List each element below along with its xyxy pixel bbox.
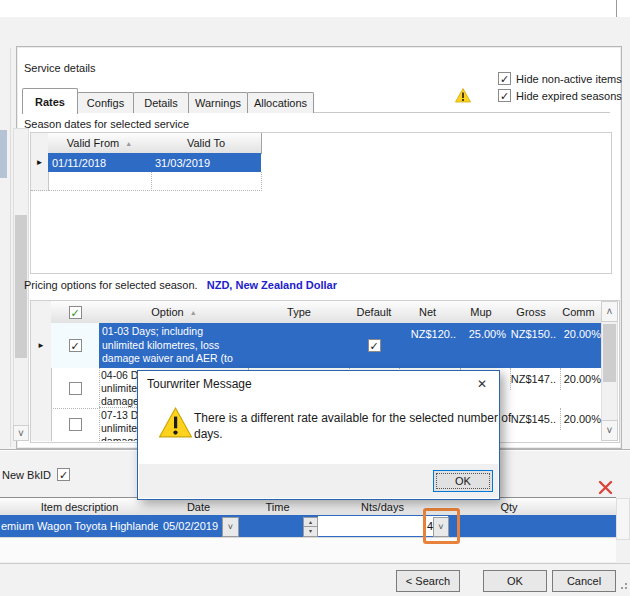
tab-details[interactable]: Details <box>133 92 189 113</box>
pricing-col-gross[interactable]: Gross <box>506 301 557 324</box>
resize-grip[interactable] <box>621 587 623 589</box>
hide-nonactive-checkbox[interactable]: ✓ <box>498 72 511 85</box>
ok-button[interactable]: OK <box>483 570 547 592</box>
booking-grid: Item description Date Time Nts/days Qty … <box>0 497 630 563</box>
hide-expired-label: Hide expired seasons <box>516 90 622 102</box>
season-row-header[interactable]: ► <box>31 153 49 172</box>
booking-col-time[interactable]: Time <box>238 498 318 516</box>
default-checkbox[interactable]: ✓ <box>368 339 381 352</box>
pricing-row2-select-cell[interactable] <box>51 368 100 409</box>
new-bkid-checkbox[interactable]: ✓ <box>57 468 70 481</box>
time-spin-down-button[interactable]: ▾ <box>303 526 318 537</box>
pricing-row1-default-cell[interactable]: ✓ <box>349 323 399 368</box>
button-label: OK <box>507 575 523 587</box>
pricing-row3-header[interactable] <box>31 408 52 441</box>
tab-rates[interactable]: Rates <box>22 88 78 114</box>
button-label: < Search <box>406 575 450 587</box>
left-scrollbar-down-button[interactable]: ˅ <box>13 425 29 441</box>
pricing-scroll-up-button[interactable]: ˄ <box>601 301 618 322</box>
pricing-row1-net[interactable]: NZ$120.. <box>399 323 460 345</box>
column-label: Valid To <box>187 137 225 149</box>
scroll-down-icon: ˅ <box>607 425 613 436</box>
season-valid-from-cell[interactable]: 01/11/2018 <box>48 153 151 172</box>
date-dropdown-button[interactable]: ˅ <box>222 517 239 537</box>
dialog-ok-button[interactable]: OK <box>433 470 493 492</box>
left-edge-fragment <box>0 130 7 178</box>
season-grid: Valid From ▲ Valid To ► 01/11/2018 31/03… <box>30 132 612 274</box>
pricing-row3-select-cell[interactable] <box>51 408 100 441</box>
column-label: Comm <box>562 306 594 318</box>
search-button[interactable]: < Search <box>396 570 460 592</box>
booking-col-item[interactable]: Item description <box>0 498 160 516</box>
booking-scrollbar[interactable] <box>616 498 630 540</box>
booking-item-cell[interactable]: emium Wagon Toyota Highlander AWD o.. <box>1 515 158 537</box>
tab-configs[interactable]: Configs <box>77 92 134 113</box>
cancel-button[interactable]: Cancel <box>552 570 616 592</box>
new-bkid-label: New BkID <box>2 469 51 481</box>
pricing-row3-gross[interactable]: NZ$145.. <box>506 408 561 430</box>
select-all-checkbox[interactable]: ✓ <box>69 306 82 319</box>
booking-col-extra <box>570 498 617 516</box>
pricing-col-type[interactable]: Type <box>249 301 350 324</box>
dialog-message-line1: There is a different rate available for … <box>194 411 511 425</box>
column-label: Net <box>419 306 436 318</box>
cell-value: NZ$120.. <box>411 328 456 340</box>
season-valid-to-cell[interactable]: 31/03/2019 <box>151 153 261 172</box>
message-dialog[interactable]: Tourwriter Message ✕ There is a differen… <box>137 370 500 500</box>
pricing-row3-comm[interactable]: 20.00% <box>556 408 605 430</box>
season-empty-cell <box>48 172 152 191</box>
booking-col-date[interactable]: Date <box>159 498 239 516</box>
pricing-grid-corner <box>31 301 52 324</box>
pricing-row1-comm[interactable]: 20.00% <box>556 323 605 345</box>
cell-value: 20.00% <box>564 328 601 340</box>
tab-warnings[interactable]: Warnings <box>188 92 248 113</box>
hide-expired-checkbox[interactable]: ✓ <box>498 89 511 102</box>
cell-value: emium Wagon Toyota Highlander AWD o.. <box>1 520 158 532</box>
pricing-row2-comm[interactable]: 20.00% <box>556 368 605 390</box>
pricing-col-select[interactable]: ✓ <box>51 301 100 324</box>
season-empty-row-header <box>31 172 49 191</box>
dialog-title: Tourwriter Message <box>147 377 252 391</box>
pricing-row2-gross[interactable]: NZ$147.. <box>506 368 561 390</box>
row-checkbox[interactable] <box>69 382 82 395</box>
sort-asc-icon: ▲ <box>125 140 132 147</box>
row-pointer-icon: ► <box>36 158 44 167</box>
footer-divider <box>0 563 630 564</box>
nts-days-highlight-box <box>423 508 460 544</box>
column-label: Default <box>357 306 392 318</box>
pricing-row1-header[interactable]: ► <box>31 323 52 368</box>
pricing-col-default[interactable]: Default <box>349 301 400 324</box>
delete-icon[interactable] <box>597 479 614 496</box>
booking-grid-empty-area <box>0 537 616 562</box>
column-label: Qty <box>500 501 517 513</box>
cell-value: 20.00% <box>564 413 601 425</box>
app-window: Service details ✓ Hide non-active items … <box>0 0 630 596</box>
season-grid-corner <box>31 133 49 154</box>
top-divider <box>616 0 617 17</box>
tab-label: Details <box>144 97 178 109</box>
pricing-section-label: Pricing options for selected season. NZD… <box>24 279 337 291</box>
pricing-row1-gross[interactable]: NZ$150.. <box>506 323 560 345</box>
pricing-col-option[interactable]: Option ▲ <box>99 301 250 324</box>
spin-down-icon: ▾ <box>309 527 312 536</box>
pricing-row1-mup[interactable]: 25.00% <box>456 323 510 345</box>
tab-allocations[interactable]: Allocations <box>247 92 314 113</box>
pricing-col-comm[interactable]: Comm <box>556 301 602 324</box>
pricing-col-net[interactable]: Net <box>399 301 457 324</box>
row-checkbox[interactable]: ✓ <box>69 339 82 352</box>
scroll-down-icon: ˅ <box>18 428 24 439</box>
season-col-valid-to[interactable]: Valid To <box>151 133 262 154</box>
nts-days-value[interactable]: 4 <box>318 516 437 536</box>
option-text: 01-03 Days; including unlimited kilometr… <box>102 325 233 367</box>
row-checkbox[interactable] <box>69 418 82 431</box>
cell-value: 20.00% <box>564 373 601 385</box>
column-label: Item description <box>41 501 119 513</box>
booking-col-qty[interactable]: Qty <box>448 498 571 516</box>
dialog-close-button[interactable]: ✕ <box>468 373 496 394</box>
pricing-col-mup[interactable]: Mup <box>456 301 507 324</box>
tab-label: Allocations <box>254 97 307 109</box>
pricing-row2-header[interactable] <box>31 368 52 409</box>
booking-date-cell[interactable]: 05/02/2019 <box>163 515 223 537</box>
season-col-valid-from[interactable]: Valid From ▲ <box>48 133 152 154</box>
pricing-row1-select-cell[interactable]: ✓ <box>51 323 100 368</box>
